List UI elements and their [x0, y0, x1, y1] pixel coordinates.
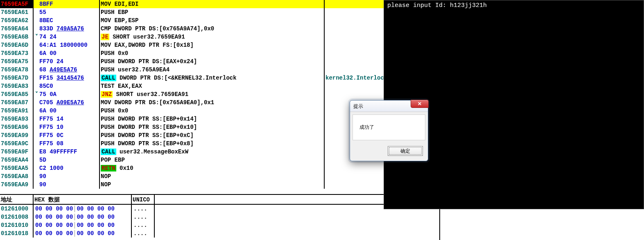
disasm-row[interactable]: 7659EA628BECMOV EBP,ESP: [0, 16, 439, 25]
instruction-cell: PUSH DWORD PTR SS:[EBP+0x14]: [100, 115, 325, 123]
hex-bytes-cell: 00 00 00 0000 00 00 00: [34, 213, 132, 221]
hex-bytes-cell: 00 00 00 0000 00 00 00: [34, 229, 132, 238]
disasm-row[interactable]: 7659EAA990NOP: [0, 181, 439, 189]
hexdump-header-unicode: UNICO: [132, 195, 155, 204]
instruction-cell: POP EBP: [100, 156, 325, 164]
address-cell: 7659EA9F: [0, 148, 34, 156]
instruction-cell: PUSH user32.765A9EA4: [100, 66, 325, 74]
bytes-cell: 55: [39, 8, 100, 16]
bytes-cell: FF75 0C: [39, 131, 100, 139]
bytes-cell: FF75 10: [39, 123, 100, 131]
branch-marker-icon: [34, 25, 39, 33]
dialog-titlebar[interactable]: 提示 ✕: [350, 101, 428, 112]
branch-marker-icon: [34, 172, 39, 181]
address-cell: 7659EA61: [0, 8, 34, 16]
hex-row[interactable]: 0126101000 00 00 0000 00 00 00....: [0, 221, 439, 229]
bytes-cell: 64:A1 18000000: [39, 41, 100, 49]
bytes-cell: FF75 08: [39, 139, 100, 148]
instruction-cell: MOV EBP,ESP: [100, 16, 325, 25]
bytes-cell: 6A 00: [39, 49, 100, 57]
bytes-cell: 8BFF: [39, 0, 100, 8]
disasm-row[interactable]: 7659EA8385C0TEST EAX,EAX: [0, 82, 439, 90]
disasm-row[interactable]: 7659EA6155PUSH EBP: [0, 8, 439, 16]
bytes-cell: 90: [39, 181, 100, 189]
address-cell: 7659EAA5: [0, 164, 34, 172]
instruction-cell: MOV EAX,DWORD PTR FS:[0x18]: [100, 41, 325, 49]
address-cell: 7659EA5F: [0, 0, 34, 8]
address-cell: 7659EA87: [0, 98, 34, 107]
instruction-cell: CALL user32.MessageBoxExW: [100, 148, 325, 156]
instruction-cell: PUSH 0x0: [100, 49, 325, 57]
bytes-cell: FF70 24: [39, 57, 100, 66]
address-cell: 7659EA64: [0, 25, 34, 33]
address-cell: 7659EA75: [0, 57, 34, 66]
hexdump-header: 地址 HEX 数据 UNICO: [0, 195, 439, 205]
address-cell: 7659EA7D: [0, 74, 34, 82]
hex-row[interactable]: 0126100800 00 00 0000 00 00 00....: [0, 213, 439, 221]
console-output: please input Id: h123jj321h: [387, 2, 487, 9]
disasm-row[interactable]: 7659EA64833D 749A5A76CMP DWORD PTR DS:[0…: [0, 25, 439, 33]
disassembly-panel[interactable]: 7659EA5F8BFFMOV EDI,EDI7659EA6155PUSH EB…: [0, 0, 439, 195]
hex-row[interactable]: 0126100000 00 00 0000 00 00 00....: [0, 205, 439, 213]
hex-address-cell: 01261000: [0, 205, 34, 213]
branch-marker-icon: [34, 57, 39, 66]
instruction-cell: MOV DWORD PTR DS:[0x765A9EA0],0x1: [100, 98, 325, 107]
branch-marker-icon: [34, 156, 39, 164]
disasm-row[interactable]: 7659EA5F8BFFMOV EDI,EDI: [0, 0, 439, 8]
branch-marker-icon: ˅: [34, 33, 39, 41]
branch-marker-icon: [34, 148, 39, 156]
ok-button[interactable]: 确定: [388, 146, 423, 156]
bytes-cell: 833D 749A5A76: [39, 25, 100, 33]
address-cell: 7659EA83: [0, 82, 34, 90]
instruction-cell: PUSH DWORD PTR SS:[EBP+0xC]: [100, 131, 325, 139]
disasm-row[interactable]: 7659EA6D64:A1 18000000MOV EAX,DWORD PTR …: [0, 41, 439, 49]
branch-marker-icon: [34, 74, 39, 82]
disasm-row[interactable]: 7659EA75FF70 24PUSH DWORD PTR DS:[EAX+0x…: [0, 57, 439, 66]
hexdump-header-address: 地址: [0, 195, 34, 204]
disasm-row[interactable]: 7659EAA5C2 1000RETN 0x10: [0, 164, 439, 172]
bytes-cell: FF15 34145476: [39, 74, 100, 82]
bytes-cell: E8 49FFFFFF: [39, 148, 100, 156]
hex-address-cell: 01261010: [0, 221, 34, 229]
instruction-cell: PUSH 0x0: [100, 107, 325, 115]
hex-bytes-cell: 00 00 00 0000 00 00 00: [34, 205, 132, 213]
instruction-cell: TEST EAX,EAX: [100, 82, 325, 90]
disasm-row[interactable]: 7659EA85˅75 0AJNZ SHORT user32.7659EA91: [0, 90, 439, 98]
address-cell: 7659EA78: [0, 66, 34, 74]
disasm-row[interactable]: 7659EA6B˅74 24JE SHORT user32.7659EA91: [0, 33, 439, 41]
hex-ascii-cell: ....: [132, 205, 155, 213]
branch-marker-icon: [34, 0, 39, 8]
bytes-cell: C2 1000: [39, 164, 100, 172]
address-cell: 7659EA6B: [0, 33, 34, 41]
disasm-row[interactable]: 7659EA736A 00PUSH 0x0: [0, 49, 439, 57]
instruction-cell: MOV EDI,EDI: [100, 0, 325, 8]
dialog-message: 成功了: [359, 124, 374, 130]
branch-marker-icon: [34, 115, 39, 123]
disasm-row[interactable]: 7659EA7868 A49E5A76PUSH user32.765A9EA4: [0, 66, 439, 74]
address-cell: 7659EA99: [0, 131, 34, 139]
hex-row[interactable]: 0126101800 00 00 0000 00 00 00....: [0, 229, 439, 238]
instruction-cell: NOP: [100, 181, 325, 189]
hex-address-cell: 01261008: [0, 213, 34, 221]
close-button[interactable]: ✕: [411, 100, 429, 108]
hex-address-cell: 01261018: [0, 229, 34, 238]
address-cell: 7659EA73: [0, 49, 34, 57]
disasm-row[interactable]: 7659EA7DFF15 34145476CALL DWORD PTR DS:[…: [0, 74, 439, 82]
instruction-cell: JE SHORT user32.7659EA91: [100, 33, 325, 41]
dialog-footer: 确定: [350, 143, 428, 161]
address-cell: 7659EA62: [0, 16, 34, 25]
address-cell: 7659EAA8: [0, 172, 34, 181]
dialog-body: 成功了: [353, 114, 425, 140]
hex-ascii-cell: ....: [132, 213, 155, 221]
branch-marker-icon: [34, 139, 39, 148]
instruction-cell: JNZ SHORT user32.7659EA91: [100, 90, 325, 98]
hexdump-panel[interactable]: 地址 HEX 数据 UNICO 0126100000 00 00 0000 00…: [0, 195, 439, 240]
address-cell: 7659EA93: [0, 115, 34, 123]
bytes-cell: 90: [39, 172, 100, 181]
disasm-row[interactable]: 7659EAA890NOP: [0, 172, 439, 181]
branch-marker-icon: [34, 49, 39, 57]
instruction-cell: CALL DWORD PTR DS:[<&KERNEL32.Interlock: [100, 74, 325, 82]
bytes-cell: 5D: [39, 156, 100, 164]
address-cell: 7659EA6D: [0, 41, 34, 49]
close-icon: ✕: [418, 101, 422, 107]
